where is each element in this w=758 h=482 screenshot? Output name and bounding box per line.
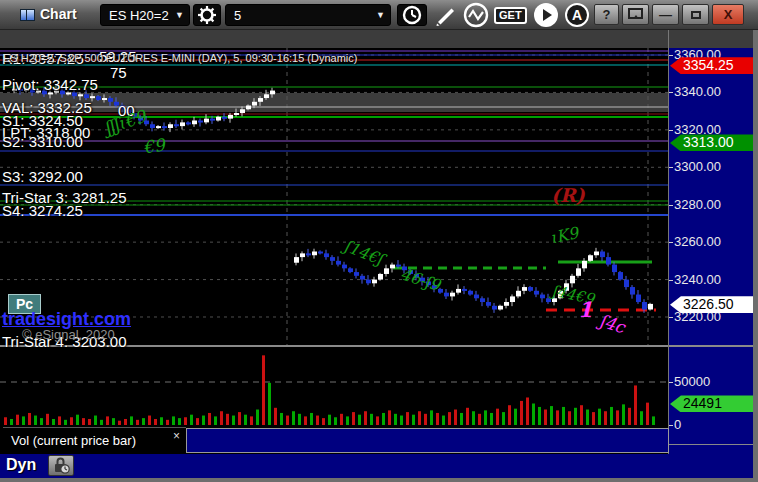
help-button[interactable]: ? [594,4,619,25]
popout-button[interactable] [622,4,649,25]
value-area-band [0,93,669,112]
close-tab-icon[interactable]: × [173,429,180,443]
studies-button[interactable] [463,2,489,28]
symbol-combo-value: ES H20=2 [109,8,169,23]
wave-circle-icon [463,2,489,28]
pencil-icon [432,2,458,28]
close-button[interactable]: X [712,4,744,25]
maximize-icon [691,11,701,19]
auto-analysis-button[interactable]: A [565,3,589,27]
volume-tab-label: Vol (current price bar) [11,433,136,448]
bottom-frame [0,478,758,482]
play-button[interactable] [533,2,559,28]
right-frame [753,30,758,482]
chart-window-icon [20,9,35,21]
horizontal-scrollbar[interactable] [186,428,669,453]
interval-combo[interactable]: 5 ▼ [225,4,391,26]
chevron-down-icon: ▼ [376,10,385,20]
draw-button[interactable] [432,2,458,28]
price-axis-panel [669,48,756,478]
chevron-down-icon: ▼ [175,10,184,20]
time-frame-button[interactable] [397,4,427,26]
play-icon [533,2,559,28]
interval-combo-value: 5 [234,8,241,23]
panel-separator [0,345,756,347]
get-data-button[interactable]: GET [494,7,527,24]
popout-icon [628,8,644,22]
minimize-button[interactable]: — [652,4,679,25]
top-margin-strip [0,30,758,48]
axis-separator [669,444,756,445]
lock-icon [49,456,73,475]
volume-panel-bg [0,347,669,427]
chart-window: Chart ES H20=2 ▼ 5 ▼ [0,0,758,482]
maximize-button[interactable] [682,4,709,25]
gear-icon [194,5,220,25]
lock-scale-button[interactable] [48,455,74,476]
chart-symbol-title: ES H20=2: S&P 500 FUTURES E-MINI (DAY), … [3,52,357,64]
axis-left-border [668,30,669,478]
esignal-copyright: © eSignal, 2020 [22,327,115,342]
dynamic-session-label: Dyn [6,456,36,474]
clock-icon [398,5,426,25]
time-axis: Dyn [0,454,756,478]
symbol-combo[interactable]: ES H20=2 ▼ [100,4,190,26]
titlebar[interactable]: Chart ES H20=2 ▼ 5 ▼ [0,0,758,30]
window-title: Chart [40,6,77,22]
volume-study-tab[interactable]: Vol (current price bar) × [3,427,186,453]
settings-button[interactable] [193,4,221,26]
